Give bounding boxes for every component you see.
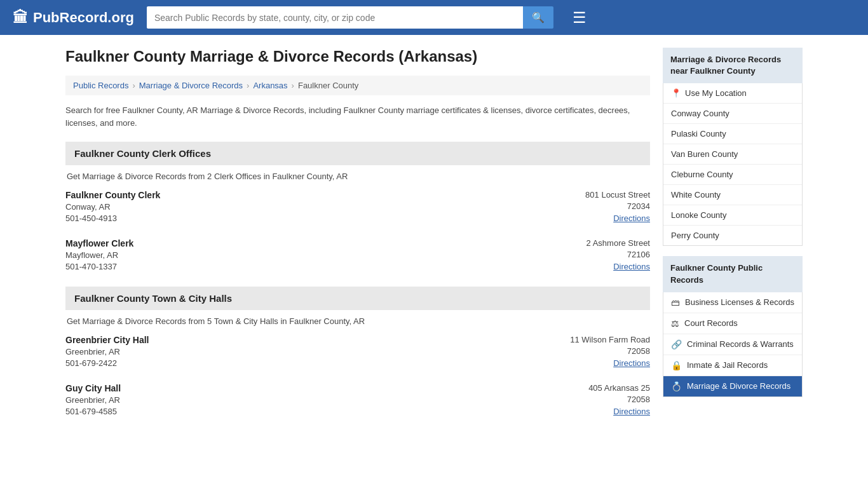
clerk-1-address: 801 Locust Street [523, 190, 650, 200]
cityhall-entry-2: Guy City Hall Greenbrier, AR 501-679-458… [65, 383, 650, 419]
sidebar-record-court[interactable]: ⚖ Court Records [663, 313, 802, 334]
clerk-1-directions[interactable]: Directions [613, 214, 650, 223]
breadcrumb-sep-1: › [132, 81, 135, 90]
breadcrumb-sep-2: › [247, 81, 249, 90]
logo-icon: 🏛 [13, 9, 28, 27]
marriage-icon: 💍 [671, 381, 682, 391]
cityhall-entry-1-left: Greenbrier City Hall Greenbrier, AR 501-… [65, 335, 523, 368]
sidebar-nearby-list: 📍 Use My Location Conway County Pulaski … [663, 83, 803, 246]
sidebar-item-vanburen[interactable]: Van Buren County [663, 144, 802, 165]
sidebar-nearby-header: Marriage & Divorce Records near Faulkner… [663, 48, 803, 83]
clerk-2-name: Mayflower Clerk [65, 238, 523, 248]
clerk-entry-1-right: 801 Locust Street 72034 Directions [523, 190, 650, 223]
cityhall-section-desc: Get Marriage & Divorce Records from 5 To… [65, 316, 650, 326]
site-header: 🏛 PubRecord.org 🔍 ☰ [0, 0, 868, 35]
hamburger-menu-icon[interactable]: ☰ [573, 9, 587, 27]
clerk-entry-2-right: 2 Ashmore Street 72106 Directions [523, 238, 650, 271]
sidebar-record-marriage-link[interactable]: Marriage & Divorce Records [687, 381, 790, 391]
cityhall-1-phone: 501-679-2422 [65, 358, 523, 368]
page-title: Faulkner County Marriage & Divorce Recor… [65, 48, 650, 65]
cityhall-1-directions[interactable]: Directions [613, 358, 650, 368]
clerk-2-phone: 501-470-1337 [65, 262, 523, 271]
sidebar-record-marriage[interactable]: 💍 Marriage & Divorce Records [663, 376, 802, 396]
clerk-entry-1: Faulkner County Clerk Conway, AR 501-450… [65, 190, 650, 226]
sidebar: Marriage & Divorce Records near Faulkner… [663, 48, 803, 431]
cityhall-entry-1-right: 11 Wilson Farm Road 72058 Directions [523, 335, 650, 368]
clerk-2-city: Mayflower, AR [65, 250, 523, 260]
cityhall-2-directions[interactable]: Directions [613, 407, 650, 416]
clerk-2-zip: 72106 [523, 250, 650, 259]
clerk-section-desc: Get Marriage & Divorce Records from 2 Cl… [65, 172, 650, 181]
sidebar-record-criminal-link[interactable]: Criminal Records & Warrants [687, 339, 794, 349]
cityhall-entry-1: Greenbrier City Hall Greenbrier, AR 501-… [65, 335, 650, 370]
inmate-icon: 🔒 [671, 360, 682, 370]
clerk-entry-2: Mayflower Clerk Mayflower, AR 501-470-13… [65, 238, 650, 274]
cityhall-entry-2-left: Guy City Hall Greenbrier, AR 501-679-458… [65, 383, 523, 416]
cityhall-2-name: Guy City Hall [65, 383, 523, 393]
breadcrumb-marriage-divorce[interactable]: Marriage & Divorce Records [139, 81, 243, 90]
logo-text: PubRecord.org [33, 10, 134, 26]
sidebar-records-list: 🗃 Business Licenses & Records ⚖ Court Re… [663, 292, 803, 397]
criminal-icon: 🔗 [671, 339, 682, 349]
cityhall-2-zip: 72058 [523, 395, 650, 404]
cityhall-1-name: Greenbrier City Hall [65, 335, 523, 345]
breadcrumb-arkansas[interactable]: Arkansas [253, 81, 287, 90]
sidebar-records-header: Faulkner County Public Records [663, 256, 803, 292]
breadcrumb-faulkner-county: Faulkner County [298, 81, 358, 90]
cityhall-section-header: Faulkner County Town & City Halls [65, 287, 650, 310]
sidebar-item-white[interactable]: White County [663, 185, 802, 205]
cityhall-2-city: Greenbrier, AR [65, 395, 523, 405]
clerk-1-name: Faulkner County Clerk [65, 190, 523, 200]
search-icon: 🔍 [532, 12, 545, 23]
page-description: Search for free Faulkner County, AR Marr… [65, 104, 650, 129]
sidebar-item-perry[interactable]: Perry County [663, 226, 802, 245]
clerk-2-address: 2 Ashmore Street [523, 238, 650, 248]
clerk-1-city: Conway, AR [65, 202, 523, 212]
clerk-entry-1-left: Faulkner County Clerk Conway, AR 501-450… [65, 190, 523, 223]
sidebar-record-criminal[interactable]: 🔗 Criminal Records & Warrants [663, 334, 802, 355]
breadcrumb-sep-3: › [292, 81, 294, 90]
sidebar-record-court-link[interactable]: Court Records [684, 318, 738, 328]
cityhall-1-city: Greenbrier, AR [65, 347, 523, 356]
cityhall-2-address: 405 Arkansas 25 [523, 383, 650, 393]
sidebar-item-lonoke[interactable]: Lonoke County [663, 205, 802, 226]
sidebar-record-inmate[interactable]: 🔒 Inmate & Jail Records [663, 355, 802, 376]
clerk-entry-2-left: Mayflower Clerk Mayflower, AR 501-470-13… [65, 238, 523, 271]
location-icon: 📍 [671, 88, 681, 98]
cityhall-entry-2-right: 405 Arkansas 25 72058 Directions [523, 383, 650, 416]
use-location-label: Use My Location [685, 88, 747, 98]
main-container: Faulkner County Marriage & Divorce Recor… [53, 35, 815, 444]
sidebar-record-business-link[interactable]: Business Licenses & Records [685, 297, 794, 307]
cityhall-2-phone: 501-679-4585 [65, 407, 523, 416]
sidebar-use-location[interactable]: 📍 Use My Location [663, 83, 802, 104]
sidebar-record-business[interactable]: 🗃 Business Licenses & Records [663, 292, 802, 313]
sidebar-record-inmate-link[interactable]: Inmate & Jail Records [687, 360, 768, 370]
court-icon: ⚖ [671, 318, 679, 329]
clerk-section-header: Faulkner County Clerk Offices [65, 142, 650, 165]
search-input[interactable] [147, 6, 523, 29]
cityhall-1-address: 11 Wilson Farm Road [523, 335, 650, 344]
sidebar-item-pulaski[interactable]: Pulaski County [663, 124, 802, 144]
clerk-1-zip: 72034 [523, 201, 650, 211]
search-bar: 🔍 [147, 6, 553, 29]
breadcrumb-public-records[interactable]: Public Records [73, 81, 128, 90]
search-button[interactable]: 🔍 [523, 6, 553, 29]
sidebar-item-cleburne[interactable]: Cleburne County [663, 165, 802, 185]
sidebar-item-conway[interactable]: Conway County [663, 104, 802, 124]
clerk-1-phone: 501-450-4913 [65, 214, 523, 223]
breadcrumb: Public Records › Marriage & Divorce Reco… [65, 76, 650, 95]
clerk-2-directions[interactable]: Directions [613, 262, 650, 271]
site-logo[interactable]: 🏛 PubRecord.org [13, 9, 134, 27]
business-icon: 🗃 [671, 297, 680, 308]
cityhall-1-zip: 72058 [523, 346, 650, 356]
content-area: Faulkner County Marriage & Divorce Recor… [65, 48, 650, 431]
